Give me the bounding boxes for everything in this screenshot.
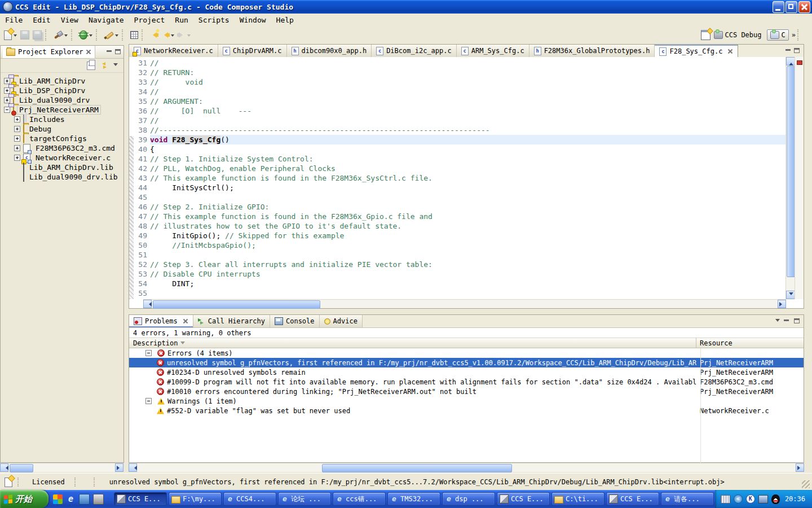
menu-view[interactable]: View [56,15,83,25]
code-line-51[interactable]: 51 [134,250,786,260]
scroll-up-icon[interactable] [786,57,795,65]
expand-icon[interactable] [14,135,20,142]
expand-icon[interactable] [14,126,20,132]
scroll-down-icon[interactable] [786,291,795,299]
minimize-button[interactable] [773,1,784,13]
project-explorer-close-icon[interactable] [86,49,91,55]
task-button-3[interactable]: eCCS4... [223,492,276,506]
last-edit-location-button[interactable] [148,30,160,40]
problem-row[interactable]: #10099-D program will not fit into avail… [129,377,804,387]
scroll-right-icon[interactable] [115,463,123,472]
expand-icon[interactable] [14,145,20,151]
expand-icon[interactable] [4,87,10,94]
scroll-left-icon[interactable] [0,463,8,472]
scroll-right-icon[interactable] [778,300,786,308]
collapse-icon[interactable] [145,350,152,356]
new-button[interactable] [2,29,19,41]
problem-row[interactable]: #552-D variable "flag" was set but never… [129,406,804,415]
view-menu-icon[interactable] [113,63,118,68]
code-line-44[interactable]: 44 InitSysCtrl(); [134,183,786,192]
editor-tab-dibcom_i2c_app.c[interactable]: cDiBcom_i2c_app.c [372,45,457,57]
code-line-55[interactable]: 55 [134,288,786,298]
quick-launch-icon-3[interactable] [79,494,90,505]
editor-minimize-button[interactable] [785,48,792,54]
tree-item-includes[interactable]: Includes [1,115,123,124]
menu-window[interactable]: Window [235,15,271,25]
task-button-7[interactable]: edsp ... [442,492,495,506]
expand-icon[interactable] [14,155,20,161]
code-line-47[interactable]: 47// This example function is found in t… [134,212,786,221]
menu-run[interactable]: Run [170,15,193,25]
editor-hscrollbar[interactable] [143,299,786,308]
problem-row[interactable]: #10234-D unresolved symbols remainPrj_Ne… [129,367,804,377]
build-button[interactable] [52,29,69,41]
project-explorer-hscrollbar[interactable] [0,463,123,472]
code-line-46[interactable]: 46// Step 2. Initialize GPIO: [134,202,786,212]
code-line-52[interactable]: 52// Step 3. Clear all interrupts and in… [134,260,786,269]
expand-icon[interactable] [4,97,10,103]
tree-item-lib_dual9090_drv.lib[interactable]: Lib_dual9090_drv.lib [1,172,123,182]
code-line-38[interactable]: 38//------------------------------------… [134,125,786,135]
problem-group-row[interactable]: Warnings (1 item) [129,396,804,406]
new-target-button[interactable] [103,29,120,41]
menu-project[interactable]: Project [129,15,170,25]
code-line-50[interactable]: 50 //InitMcbspaGpio(); [134,240,786,250]
code-line-33[interactable]: 33// void [134,77,786,87]
back-button[interactable] [160,30,176,40]
code-line-45[interactable]: 45 [134,192,786,202]
collapse-all-icon[interactable] [87,62,95,70]
view-tab-close-icon[interactable] [183,318,188,324]
tree-item-networkreceiver.c[interactable]: cNetworkReceiver.c [1,153,123,163]
editor-tab-close-icon[interactable] [727,49,733,54]
code-line-41[interactable]: 41// Step 1. Initialize System Control: [134,154,786,164]
code-line-54[interactable]: 54 DINT; [134,279,786,288]
task-button-6[interactable]: eTMS32... [387,492,440,506]
code-line-35[interactable]: 35// ARGUMENT: [134,97,786,106]
view-tab-problems[interactable]: Problems [129,315,193,327]
task-button-10[interactable]: CCS E... [606,492,659,506]
tree-item-lib_dsp_chipdrv[interactable]: Lib_DSP_ChipDrv [1,86,123,95]
editor-tab-dibcom90x0_app.h[interactable]: hdibcom90x0_app.h [287,45,372,57]
project-explorer-tab[interactable]: Project Explorer [3,46,95,58]
scroll-right-icon[interactable] [796,463,804,472]
code-line-36[interactable]: 36// [O] null --- [134,106,786,116]
problems-minimize-button[interactable] [783,318,790,325]
code-line-53[interactable]: 53// Disable CPU interrupts [134,269,786,279]
editor-vscrollbar[interactable] [785,57,795,299]
problem-row[interactable]: #10010 errors encountered during linking… [129,387,804,396]
task-button-1[interactable]: CCS E... [114,492,167,506]
error-annotation-mark[interactable] [797,60,802,65]
input-method-icon[interactable] [721,495,730,503]
save-all-button[interactable] [31,29,43,41]
close-button[interactable] [798,1,810,13]
open-perspective-button[interactable] [699,29,712,41]
task-button-8[interactable]: CCS E... [497,492,550,506]
expand-icon[interactable] [14,116,20,122]
collapse-icon[interactable] [4,107,10,113]
tree-item-prj_netreceiverarm[interactable]: Prj_NetReceiverARM [1,105,123,115]
view-tab-console[interactable]: Console [270,315,320,327]
project-explorer-maximize-button[interactable] [114,49,121,55]
resource-column-header[interactable]: Resource [696,338,804,348]
project-explorer-minimize-button[interactable] [106,49,113,55]
editor-tab-f28_sys_cfg.c[interactable]: cF28_Sys_Cfg.c [655,45,738,57]
code-editor[interactable]: 31//32// RETURN:33// void34//35// ARGUME… [129,57,786,299]
scroll-thumb[interactable] [322,464,512,472]
task-button-5[interactable]: eccs错... [333,492,386,506]
view-tab-call-hierarchy[interactable]: Call Hierarchy [193,315,270,327]
tree-item-lib_arm_chipdrv[interactable]: Lib_ARM_ChipDrv [1,76,123,86]
tree-item-debug[interactable]: Debug [1,124,123,134]
problem-group-row[interactable]: Errors (4 items) [129,348,804,358]
code-line-39[interactable]: 39void F28_Sys_Cfg() [134,135,786,144]
problems-view-menu-icon[interactable] [775,319,780,324]
tree-item-f28m36p63c2_m3.cmd[interactable]: F28M36P63C2_m3.cmd [1,143,123,153]
code-line-32[interactable]: 32// RETURN: [134,68,786,77]
menu-help[interactable]: Help [271,15,299,25]
code-line-42[interactable]: 42// PLL, WatchDog, enable Peripheral Cl… [134,164,786,173]
quick-launch-icon-1[interactable] [53,494,63,504]
problems-hscrollbar[interactable] [129,463,804,472]
code-line-43[interactable]: 43// This example function is found in t… [134,173,786,183]
tray-collapse-icon[interactable]: < [734,494,743,503]
task-button-4[interactable]: e论坛 ... [278,492,331,506]
tree-item-targetconfigs[interactable]: targetConfigs [1,134,123,143]
